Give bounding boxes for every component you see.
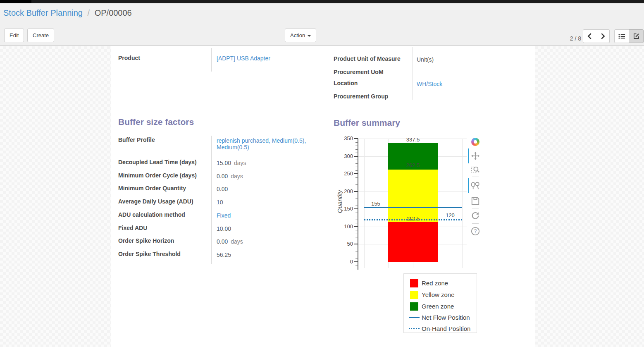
field-label: Minimum Order Cycle (days) bbox=[118, 172, 197, 179]
legend-label[interactable]: Yellow zone bbox=[422, 291, 455, 298]
field-label: Product bbox=[118, 55, 140, 61]
on-hand-line-sample bbox=[409, 328, 420, 329]
field-label: Decoupled Lead Time (days) bbox=[118, 159, 197, 165]
field-label: Minimum Order Quantity bbox=[118, 185, 186, 191]
field-value-row: 10 bbox=[217, 199, 322, 206]
buffer-summary-title: Buffer summary bbox=[334, 118, 400, 128]
field-label: Fixed ADU bbox=[118, 225, 147, 231]
red-zone-bar bbox=[388, 222, 438, 262]
field-unit-suffix: days bbox=[231, 238, 243, 245]
form-view-switch-button[interactable] bbox=[629, 29, 644, 43]
field-value-link[interactable]: replenish purchased, Medium(0.5), Medium… bbox=[217, 137, 306, 151]
breadcrumb-separator: / bbox=[88, 8, 90, 17]
y-axis-major-tick bbox=[354, 244, 358, 244]
y-axis-minor-tick bbox=[355, 213, 358, 213]
field-label: Average Daily Usage (ADU) bbox=[118, 198, 193, 205]
pager-next-button[interactable] bbox=[596, 29, 610, 43]
y-axis-minor-tick bbox=[355, 248, 358, 248]
y-axis-minor-tick bbox=[355, 234, 358, 234]
chevron-left-icon bbox=[587, 33, 592, 39]
stock-buffer-planning-page: Stock Buffer Planning / OP/00006 Edit Cr… bbox=[0, 0, 644, 347]
y-axis-line bbox=[358, 139, 358, 270]
y-axis-minor-tick bbox=[355, 177, 358, 178]
y-axis-tick-label: 300 bbox=[334, 153, 353, 159]
top-menu-left-segment bbox=[0, 0, 31, 3]
y-axis-minor-tick bbox=[355, 170, 358, 171]
field-value: 0.00 bbox=[217, 238, 228, 245]
red-zone-swatch bbox=[410, 279, 418, 287]
chart-annotation: 155 bbox=[371, 201, 380, 207]
field-value-row: 0.00 bbox=[217, 186, 322, 192]
field-label: Location bbox=[334, 80, 358, 86]
y-axis-minor-tick bbox=[355, 241, 358, 241]
list-view-switch-button[interactable] bbox=[614, 29, 629, 43]
field-label: ADU calculation method bbox=[118, 211, 185, 218]
field-value: 10 bbox=[217, 199, 223, 206]
modebar-separator bbox=[472, 223, 479, 224]
net-flow-position-line bbox=[364, 207, 462, 208]
field-value-row: 10.00 bbox=[217, 225, 322, 232]
y-axis-minor-tick bbox=[355, 230, 358, 230]
y-axis-minor-tick bbox=[355, 223, 358, 223]
chart-y-axis-title: Quantity bbox=[336, 173, 343, 231]
action-dropdown-button[interactable]: Action bbox=[285, 29, 316, 42]
y-axis-minor-tick bbox=[355, 216, 358, 216]
y-axis-minor-tick bbox=[355, 146, 358, 146]
gridline-v bbox=[462, 139, 463, 268]
gridline-v bbox=[364, 139, 365, 268]
net-flow-line-sample bbox=[409, 317, 420, 318]
y-axis-minor-tick bbox=[355, 258, 358, 258]
field-label: Procurement UoM bbox=[334, 69, 384, 75]
modebar-active-accent bbox=[468, 148, 469, 163]
create-button[interactable]: Create bbox=[27, 29, 54, 42]
edit-button[interactable]: Edit bbox=[4, 29, 24, 42]
y-axis-major-tick bbox=[354, 226, 358, 227]
breadcrumb-current: OP/00006 bbox=[95, 8, 132, 17]
help-icon[interactable]: ? bbox=[470, 226, 480, 236]
y-axis-minor-tick bbox=[355, 163, 358, 164]
field-value-row: Fixed bbox=[217, 212, 322, 219]
y-axis-major-tick bbox=[354, 173, 358, 174]
field-label: Procurement Group bbox=[334, 93, 388, 100]
plotly-logo-icon[interactable] bbox=[470, 137, 480, 147]
field-value-row: 15.00days bbox=[217, 160, 322, 166]
buffer-factors-separator bbox=[211, 136, 212, 264]
field-value: 15.00 bbox=[217, 160, 231, 166]
form-sheet: Product[ADPT] USB Adapter Product Unit o… bbox=[111, 46, 535, 347]
field-value-link[interactable]: WH/Stock bbox=[417, 81, 528, 87]
field-value-row: 56.25 bbox=[217, 251, 322, 258]
pan-icon[interactable] bbox=[470, 151, 480, 161]
legend-label[interactable]: Net Flow Position bbox=[422, 314, 470, 321]
action-label: Action bbox=[290, 32, 305, 38]
field-value: 10.00 bbox=[217, 225, 231, 232]
pager-previous-button[interactable] bbox=[583, 29, 596, 43]
zoom-box-icon[interactable] bbox=[470, 165, 480, 175]
field-unit-suffix: days bbox=[231, 173, 243, 179]
field-value-row: 0.00days bbox=[217, 173, 322, 179]
legend-label[interactable]: Green zone bbox=[422, 303, 454, 310]
field-unit-suffix: days bbox=[234, 160, 246, 166]
legend-label[interactable]: Red zone bbox=[422, 280, 448, 287]
y-axis-minor-tick bbox=[355, 188, 358, 188]
compare-hover-icon[interactable] bbox=[470, 181, 480, 191]
legend-label[interactable]: On-Hand Position bbox=[422, 325, 470, 332]
field-value-link[interactable]: [ADPT] USB Adapter bbox=[217, 55, 320, 62]
y-axis-minor-tick bbox=[355, 142, 358, 143]
save-icon[interactable] bbox=[470, 196, 480, 206]
y-axis-minor-tick bbox=[355, 184, 358, 185]
y-axis-tick-label: 350 bbox=[334, 135, 353, 141]
y-axis-major-tick bbox=[354, 138, 358, 139]
general-right-separator bbox=[413, 47, 413, 100]
field-value-link[interactable]: Fixed bbox=[217, 212, 231, 219]
green-zone-swatch bbox=[410, 302, 418, 311]
y-axis-minor-tick bbox=[355, 195, 358, 195]
chart-annotation: 112.5 bbox=[406, 215, 420, 222]
y-axis-minor-tick bbox=[355, 202, 358, 202]
list-view-icon bbox=[618, 34, 625, 39]
form-view-icon bbox=[633, 33, 639, 39]
field-label: Buffer Profile bbox=[118, 136, 155, 143]
reset-axes-icon[interactable] bbox=[470, 211, 480, 220]
field-value: 0.00 bbox=[217, 186, 228, 192]
y-axis-major-tick bbox=[354, 261, 358, 262]
breadcrumb-parent-link[interactable]: Stock Buffer Planning bbox=[3, 8, 83, 17]
